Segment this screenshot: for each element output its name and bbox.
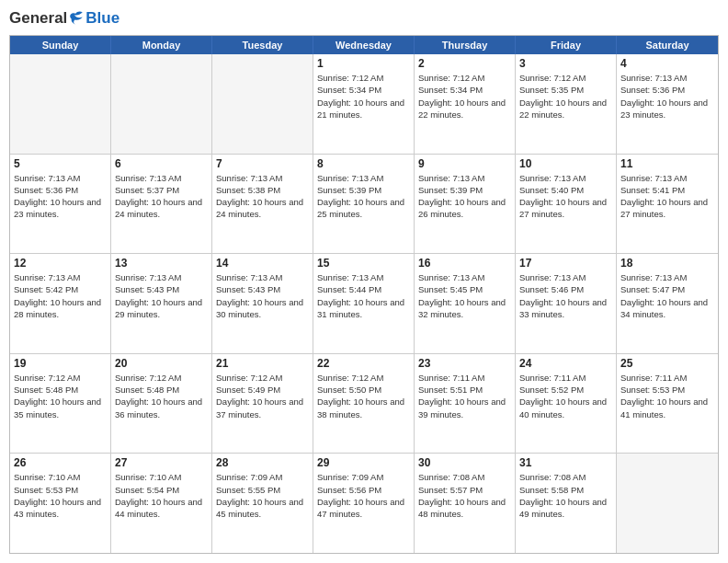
calendar-week-2: 5Sunrise: 7:13 AM Sunset: 5:36 PM Daylig… [10,155,718,255]
day-number: 17 [519,257,612,270]
day-cell-10: 10Sunrise: 7:13 AM Sunset: 5:40 PM Dayli… [516,155,617,254]
day-cell-30: 30Sunrise: 7:08 AM Sunset: 5:57 PM Dayli… [415,454,516,553]
day-cell-2: 2Sunrise: 7:12 AM Sunset: 5:34 PM Daylig… [415,54,516,154]
day-info: Sunrise: 7:13 AM Sunset: 5:45 PM Dayligh… [418,271,511,320]
day-cell-12: 12Sunrise: 7:13 AM Sunset: 5:42 PM Dayli… [10,254,111,353]
empty-cell [617,454,718,553]
day-number: 27 [115,456,208,469]
logo-general: General [9,9,67,28]
day-cell-23: 23Sunrise: 7:11 AM Sunset: 5:51 PM Dayli… [415,354,516,454]
day-cell-16: 16Sunrise: 7:13 AM Sunset: 5:45 PM Dayli… [415,254,516,353]
empty-cell [212,54,313,154]
day-cell-1: 1Sunrise: 7:12 AM Sunset: 5:34 PM Daylig… [313,54,415,154]
day-info: Sunrise: 7:13 AM Sunset: 5:38 PM Dayligh… [216,172,309,221]
day-cell-7: 7Sunrise: 7:13 AM Sunset: 5:38 PM Daylig… [212,155,313,254]
day-cell-31: 31Sunrise: 7:08 AM Sunset: 5:58 PM Dayli… [516,454,617,553]
day-info: Sunrise: 7:13 AM Sunset: 5:41 PM Dayligh… [620,172,714,221]
day-number: 16 [418,257,511,270]
day-number: 28 [216,456,309,469]
day-cell-21: 21Sunrise: 7:12 AM Sunset: 5:49 PM Dayli… [212,354,313,454]
day-info: Sunrise: 7:10 AM Sunset: 5:54 PM Dayligh… [115,471,208,520]
day-number: 23 [418,357,511,370]
header-day-monday: Monday [111,36,212,54]
header-day-friday: Friday [516,36,617,54]
day-cell-19: 19Sunrise: 7:12 AM Sunset: 5:48 PM Dayli… [10,354,111,454]
day-cell-6: 6Sunrise: 7:13 AM Sunset: 5:37 PM Daylig… [111,155,212,254]
day-info: Sunrise: 7:13 AM Sunset: 5:47 PM Dayligh… [620,271,714,320]
day-number: 24 [519,357,612,370]
day-info: Sunrise: 7:12 AM Sunset: 5:50 PM Dayligh… [317,372,410,420]
day-number: 20 [115,357,208,370]
day-info: Sunrise: 7:13 AM Sunset: 5:42 PM Dayligh… [14,271,107,320]
calendar-week-3: 12Sunrise: 7:13 AM Sunset: 5:42 PM Dayli… [10,254,718,354]
day-info: Sunrise: 7:09 AM Sunset: 5:56 PM Dayligh… [317,471,410,520]
day-number: 12 [14,257,107,270]
day-number: 9 [418,157,511,170]
day-cell-8: 8Sunrise: 7:13 AM Sunset: 5:39 PM Daylig… [313,155,415,254]
day-number: 31 [519,456,612,469]
calendar-header: SundayMondayTuesdayWednesdayThursdayFrid… [10,36,718,54]
day-info: Sunrise: 7:13 AM Sunset: 5:40 PM Dayligh… [519,172,612,221]
logo-blue: Blue [85,9,119,28]
calendar-week-5: 26Sunrise: 7:10 AM Sunset: 5:53 PM Dayli… [10,454,718,553]
day-number: 5 [14,157,107,170]
day-info: Sunrise: 7:12 AM Sunset: 5:34 PM Dayligh… [317,72,410,121]
day-number: 8 [317,157,410,170]
day-info: Sunrise: 7:13 AM Sunset: 5:43 PM Dayligh… [216,271,309,320]
calendar: SundayMondayTuesdayWednesdayThursdayFrid… [9,35,719,554]
day-cell-18: 18Sunrise: 7:13 AM Sunset: 5:47 PM Dayli… [617,254,718,353]
day-number: 15 [317,257,410,270]
day-number: 13 [115,257,208,270]
day-info: Sunrise: 7:11 AM Sunset: 5:51 PM Dayligh… [418,372,511,420]
day-cell-20: 20Sunrise: 7:12 AM Sunset: 5:48 PM Dayli… [111,354,212,454]
day-number: 19 [14,357,107,370]
day-cell-22: 22Sunrise: 7:12 AM Sunset: 5:50 PM Dayli… [313,354,415,454]
day-number: 29 [317,456,410,469]
day-info: Sunrise: 7:13 AM Sunset: 5:36 PM Dayligh… [14,172,107,221]
day-number: 26 [14,456,107,469]
day-info: Sunrise: 7:12 AM Sunset: 5:35 PM Dayligh… [519,72,612,121]
day-cell-11: 11Sunrise: 7:13 AM Sunset: 5:41 PM Dayli… [617,155,718,254]
day-cell-26: 26Sunrise: 7:10 AM Sunset: 5:53 PM Dayli… [10,454,111,553]
day-number: 25 [620,357,714,370]
day-cell-28: 28Sunrise: 7:09 AM Sunset: 5:55 PM Dayli… [212,454,313,553]
day-cell-13: 13Sunrise: 7:13 AM Sunset: 5:43 PM Dayli… [111,254,212,353]
day-number: 11 [620,157,714,170]
day-info: Sunrise: 7:13 AM Sunset: 5:39 PM Dayligh… [418,172,511,221]
day-cell-25: 25Sunrise: 7:11 AM Sunset: 5:53 PM Dayli… [617,354,718,454]
day-number: 6 [115,157,208,170]
day-info: Sunrise: 7:13 AM Sunset: 5:39 PM Dayligh… [317,172,410,221]
day-cell-24: 24Sunrise: 7:11 AM Sunset: 5:52 PM Dayli… [516,354,617,454]
day-number: 18 [620,257,714,270]
calendar-week-4: 19Sunrise: 7:12 AM Sunset: 5:48 PM Dayli… [10,354,718,454]
header-day-wednesday: Wednesday [313,36,415,54]
calendar-body: 1Sunrise: 7:12 AM Sunset: 5:34 PM Daylig… [10,54,718,553]
day-number: 2 [418,57,511,70]
day-info: Sunrise: 7:08 AM Sunset: 5:57 PM Dayligh… [418,471,511,520]
day-info: Sunrise: 7:12 AM Sunset: 5:48 PM Dayligh… [115,372,208,420]
day-info: Sunrise: 7:11 AM Sunset: 5:53 PM Dayligh… [620,372,714,420]
day-cell-27: 27Sunrise: 7:10 AM Sunset: 5:54 PM Dayli… [111,454,212,553]
day-cell-15: 15Sunrise: 7:13 AM Sunset: 5:44 PM Dayli… [313,254,415,353]
day-info: Sunrise: 7:13 AM Sunset: 5:36 PM Dayligh… [620,72,714,121]
day-info: Sunrise: 7:13 AM Sunset: 5:43 PM Dayligh… [115,271,208,320]
day-info: Sunrise: 7:08 AM Sunset: 5:58 PM Dayligh… [519,471,612,520]
day-info: Sunrise: 7:12 AM Sunset: 5:48 PM Dayligh… [14,372,107,420]
day-number: 1 [317,57,410,70]
day-info: Sunrise: 7:12 AM Sunset: 5:49 PM Dayligh… [216,372,309,420]
calendar-week-1: 1Sunrise: 7:12 AM Sunset: 5:34 PM Daylig… [10,54,718,155]
header-day-thursday: Thursday [415,36,516,54]
day-info: Sunrise: 7:09 AM Sunset: 5:55 PM Dayligh… [216,471,309,520]
day-cell-14: 14Sunrise: 7:13 AM Sunset: 5:43 PM Dayli… [212,254,313,353]
day-cell-3: 3Sunrise: 7:12 AM Sunset: 5:35 PM Daylig… [516,54,617,154]
day-cell-9: 9Sunrise: 7:13 AM Sunset: 5:39 PM Daylig… [415,155,516,254]
day-cell-29: 29Sunrise: 7:09 AM Sunset: 5:56 PM Dayli… [313,454,415,553]
header-day-saturday: Saturday [617,36,718,54]
logo-bird-icon [68,10,85,27]
day-info: Sunrise: 7:13 AM Sunset: 5:44 PM Dayligh… [317,271,410,320]
day-cell-5: 5Sunrise: 7:13 AM Sunset: 5:36 PM Daylig… [10,155,111,254]
day-cell-17: 17Sunrise: 7:13 AM Sunset: 5:46 PM Dayli… [516,254,617,353]
empty-cell [111,54,212,154]
day-info: Sunrise: 7:10 AM Sunset: 5:53 PM Dayligh… [14,471,107,520]
header-day-sunday: Sunday [10,36,111,54]
